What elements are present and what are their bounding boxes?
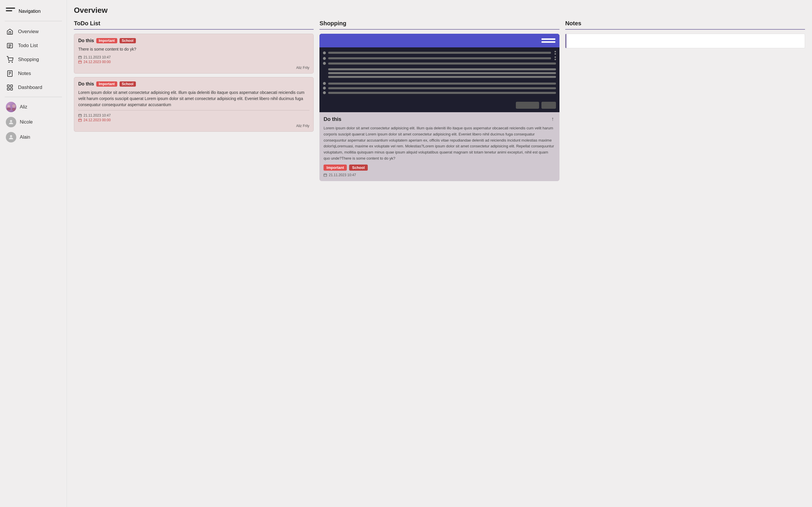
svg-point-4 <box>9 62 9 62</box>
sidebar-user-alain[interactable]: Alain <box>0 130 67 145</box>
list-circle <box>323 62 326 65</box>
shopping-detail-title: Do this <box>323 116 341 122</box>
svg-point-16 <box>8 105 10 107</box>
card2-footer: Aliz Frily <box>78 124 309 128</box>
card2-date-created-value: 21.11.2023 10:47 <box>84 113 110 117</box>
list-bar <box>328 68 556 70</box>
notes-column-content <box>565 34 805 501</box>
sidebar-item-label: Notes <box>18 71 31 76</box>
shopping-card: Do this ↑ Lorem ipsum dolor sit amet con… <box>319 34 559 181</box>
card1-badge-important: Important <box>96 38 117 43</box>
svg-rect-13 <box>10 88 12 90</box>
svg-point-15 <box>7 108 11 110</box>
shopping-detail-header: Do this ↑ <box>323 116 555 122</box>
list-bar <box>328 62 556 64</box>
detail-badge-important: Important <box>323 165 347 171</box>
dot <box>555 53 556 55</box>
sidebar-item-label: Shopping <box>18 57 39 62</box>
shopping-list-row <box>323 56 556 60</box>
card1-date-created-value: 21.11.2023 10:47 <box>84 55 110 59</box>
shopping-detail-body[interactable]: Lorem ipsum dolor sit amet consectetur a… <box>323 125 555 162</box>
card1-date-created: 21.11.2023 10:47 <box>78 55 309 59</box>
list-dots <box>555 51 556 55</box>
sidebar-user-aliz[interactable]: Aliz <box>0 100 67 115</box>
list-bar <box>328 52 551 54</box>
notes-input-area[interactable] <box>565 34 805 48</box>
card2-date-created: 21.11.2023 10:47 <box>78 113 309 117</box>
shopping-list-row <box>323 68 556 70</box>
list-bar <box>328 57 551 59</box>
todo-column-header: ToDo List <box>74 20 314 30</box>
dot <box>555 59 556 60</box>
main-content: Overview ToDo List Do this Important Sch… <box>67 0 812 507</box>
list-bar <box>328 92 556 94</box>
card1-footer: Aliz Frily <box>78 66 309 70</box>
dot <box>555 56 556 58</box>
nav-icon <box>6 8 15 15</box>
shopping-list-row <box>323 72 556 74</box>
sidebar-divider-top <box>5 21 62 21</box>
sidebar-item-shopping[interactable]: Shopping <box>0 53 67 67</box>
columns-container: ToDo List Do this Important School There… <box>74 20 805 501</box>
svg-rect-23 <box>79 61 82 63</box>
sidebar-user-nicole[interactable]: Nicole <box>0 115 67 130</box>
svg-rect-31 <box>79 119 82 121</box>
nav-header: Navigation <box>0 5 67 20</box>
shopping-app-header <box>319 34 559 47</box>
svg-rect-10 <box>7 85 9 87</box>
card2-author: Aliz Frily <box>296 124 309 128</box>
sidebar-divider-users <box>5 97 62 97</box>
card2-title-row: Do this Important School <box>78 81 309 87</box>
avatar-aliz <box>6 102 16 112</box>
home-icon <box>6 27 14 36</box>
todo-column-content: Do this Important School There is some c… <box>74 34 314 501</box>
sidebar-item-label: Todo List <box>18 43 38 49</box>
card1-title: Do this <box>78 38 94 43</box>
due-date-icon-2 <box>78 118 82 122</box>
list-circle <box>323 57 326 60</box>
todo-card-1[interactable]: Do this Important School There is some c… <box>74 34 314 73</box>
avatar-nicole <box>6 117 16 127</box>
card2-title: Do this <box>78 81 94 87</box>
sidebar-item-notes[interactable]: Notes <box>0 67 67 80</box>
card1-author: Aliz Frily <box>296 66 309 70</box>
card2-body[interactable]: Lorem ipsum dolor sit amet consectetur a… <box>78 90 309 110</box>
notes-icon <box>6 69 14 77</box>
svg-rect-11 <box>10 85 12 87</box>
nav-header-label: Navigation <box>18 9 41 14</box>
shopping-app-footer <box>319 100 559 112</box>
shopping-column-content: Do this ↑ Lorem ipsum dolor sit amet con… <box>319 34 559 501</box>
sidebar: Navigation Overview Todo List <box>0 0 67 507</box>
shopping-detail-date-row: 21.11.2023 10:47 <box>323 173 555 177</box>
list-bar <box>328 82 556 84</box>
card1-meta: 21.11.2023 10:47 24.12.2023 00:00 <box>78 55 309 64</box>
hamburger-icon <box>542 38 555 43</box>
sidebar-item-label: Dashboard <box>18 84 42 91</box>
notes-column-header: Notes <box>565 20 805 30</box>
shopping-column: Shopping <box>319 20 565 501</box>
svg-rect-27 <box>79 114 82 117</box>
sidebar-item-label: Overview <box>18 29 39 35</box>
sidebar-item-dashboard[interactable]: Dashboard <box>0 80 67 95</box>
list-icon <box>6 42 14 50</box>
arrow-up-icon[interactable]: ↑ <box>550 116 555 121</box>
card1-body: There is some content to do yk? <box>78 46 309 52</box>
todo-column: ToDo List Do this Important School There… <box>74 20 319 501</box>
shopping-detail-date-value: 21.11.2023 10:47 <box>329 173 356 177</box>
list-bar <box>328 87 556 89</box>
shopping-calendar-icon <box>323 173 327 177</box>
card1-title-row: Do this Important School <box>78 38 309 43</box>
svg-point-18 <box>10 135 12 137</box>
list-circle <box>323 51 326 54</box>
card1-date-due-value: 24.12.2023 00:00 <box>84 60 110 64</box>
shopping-detail-date: 21.11.2023 10:47 <box>323 173 555 177</box>
todo-card-2[interactable]: Do this Important School Lorem ipsum dol… <box>74 77 314 132</box>
svg-rect-12 <box>7 88 9 90</box>
sidebar-item-overview[interactable]: Overview <box>0 25 67 39</box>
card1-date-due: 24.12.2023 00:00 <box>78 60 309 64</box>
detail-badge-school: School <box>349 165 367 171</box>
calendar-icon <box>78 56 82 59</box>
shopping-detail: Do this ↑ Lorem ipsum dolor sit amet con… <box>319 112 559 181</box>
sidebar-item-todo[interactable]: Todo List <box>0 39 67 53</box>
due-date-icon <box>78 60 82 64</box>
